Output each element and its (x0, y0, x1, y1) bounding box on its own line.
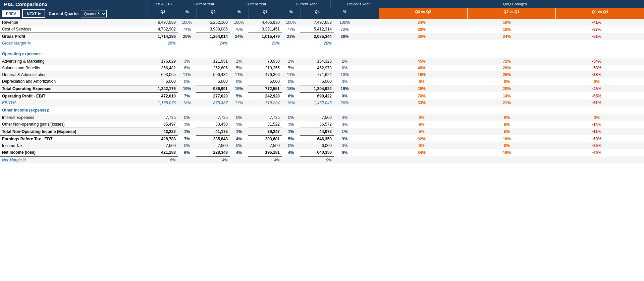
qoq1-value: 24% (379, 19, 464, 26)
qoq2-value: 28% (464, 85, 549, 92)
q3-pct: 0% (178, 142, 196, 149)
q4-pct: 9% (334, 149, 356, 156)
q2-value: 121,951 (196, 58, 230, 65)
qoq2-value: 72% (464, 58, 549, 65)
q3-pct: 74% (178, 26, 196, 33)
table-row: Earnings Before Tax - EBT 428,788 7% 235… (0, 135, 644, 142)
q4-pct: 0% (334, 114, 356, 121)
q2-value: 277,023 (196, 92, 230, 99)
q4-pct: 9% (334, 92, 356, 99)
q2-value: 1,264,014 (196, 33, 230, 40)
q1-value: 772,551 (248, 85, 282, 92)
qoq2-value: 16% (464, 149, 549, 156)
section-header-label: Other income (expense): (0, 106, 644, 114)
table-row: Salaries and Benefits 366,482 6% 262,606… (0, 65, 644, 71)
qoq3-value: -37% (549, 26, 644, 33)
subheader-qoq1: Q3 vs Q2 (379, 8, 467, 19)
q2-pct: 0% (230, 114, 248, 121)
main-header: P&L Comparison3 Last 4 QTR Current Year … (0, 0, 644, 8)
q2-value: 5,252,100 (196, 19, 230, 26)
quarter-select[interactable]: Quarter 3 Quarter 1 Quarter 2 Quarter 4 (81, 10, 107, 17)
qoq1-value: 0% (379, 78, 464, 85)
table-row: General & Administration 693,065 11% 596… (0, 71, 644, 78)
row-label: Net Margin % (0, 156, 148, 164)
q4-value: 2,085,344 (300, 33, 334, 40)
q2-value: 24% (196, 40, 230, 47)
q3-value: 176,629 (148, 58, 178, 65)
q1-pct: 1% (282, 128, 300, 135)
qoq2-value: 19% (464, 19, 549, 26)
qoq3-value: -54% (549, 58, 644, 65)
q4-pct: 6% (334, 65, 356, 71)
qoq2-value: 21% (464, 99, 549, 106)
qoq1-value: 0% (379, 142, 464, 149)
q3-pct: 7% (178, 92, 196, 99)
q4-pct: 1% (334, 128, 356, 135)
empty-col (356, 135, 379, 142)
subheader-empty (356, 8, 379, 19)
q2-pct: 5% (230, 65, 248, 71)
subheader-q3: Q3 (148, 8, 178, 19)
empty-col (356, 156, 379, 164)
q3-pct: 26% (178, 33, 196, 40)
qoq1-value: 84% (379, 149, 464, 156)
q4-pct (334, 40, 356, 47)
row-label: Gross Margin % (0, 40, 148, 47)
q3-value: 1,242,176 (148, 85, 178, 92)
subheader-qoq2: Q2 vs Q1 (467, 8, 556, 19)
qoq3-value: -25% (549, 142, 644, 149)
q1-pct: 0% (282, 78, 300, 85)
qoq1-value: 36% (379, 33, 464, 40)
row-label: General & Administration (0, 71, 148, 78)
q3-value: 6,497,088 (148, 19, 178, 26)
next-button[interactable]: NEXT ▶ (22, 9, 45, 18)
qoq2-value: 25% (464, 71, 549, 78)
q2-pct (230, 156, 248, 164)
q3-pct (178, 156, 196, 164)
q1-pct: 11% (282, 71, 300, 78)
q3-value: 26% (148, 40, 178, 47)
q1-value: 4% (248, 156, 282, 164)
q2-pct: 4% (230, 149, 248, 156)
qoq1-value: 6% (379, 121, 464, 128)
q3-pct: 3% (178, 58, 196, 65)
prev-button[interactable]: PREV (2, 10, 20, 17)
subheader-pct3: % (282, 8, 300, 19)
qoq1-value: 16% (379, 71, 464, 78)
q4-value: 6,000 (300, 142, 334, 149)
qoq3-value: -51% (549, 99, 644, 106)
q1-value: 70,930 (248, 58, 282, 65)
q4-value: 6,000 (300, 78, 334, 85)
row-label: Earnings Before Tax - EBT (0, 135, 148, 142)
empty-col (356, 99, 379, 106)
py-header: Previous Year (330, 0, 386, 8)
qoq1-value: 20% (379, 26, 464, 33)
q1-value: 3,391,451 (248, 26, 282, 33)
empty-col (356, 33, 379, 40)
table-row: Income Tax 7,500 0% 7,500 0% 7,500 0% 6,… (0, 142, 644, 149)
row-label: Net income (loss) (0, 149, 148, 156)
qoq2-value: 18% (464, 26, 549, 33)
q2-value: 7,725 (196, 114, 230, 121)
q4-value: 690,422 (300, 92, 334, 99)
q2-pct (230, 40, 248, 47)
q1-pct: 5% (282, 135, 300, 142)
q2-pct: 24% (230, 33, 248, 40)
qoq-header: QoQ Changes (386, 0, 644, 8)
q4-value: 9% (300, 156, 334, 164)
row-label: Revenue (0, 19, 148, 26)
empty-col (356, 40, 379, 47)
q4-pct: 20% (334, 99, 356, 106)
last4-header: Last 4 QTR (148, 0, 178, 8)
qoq3-value: 3% (549, 114, 644, 121)
q1-value: 196,181 (248, 149, 282, 156)
q2-pct: 11% (230, 71, 248, 78)
q1-pct: 4% (282, 149, 300, 156)
table-row: Operating expenses: (0, 50, 644, 58)
q4-pct (334, 156, 356, 164)
q3-pct: 6% (178, 149, 196, 156)
table-row: Gross Margin % 26% 24% 23% 28% (0, 40, 644, 47)
qoq1-value: 70% (379, 92, 464, 99)
empty-col (356, 92, 379, 99)
qoq3-value: -38% (549, 71, 644, 78)
